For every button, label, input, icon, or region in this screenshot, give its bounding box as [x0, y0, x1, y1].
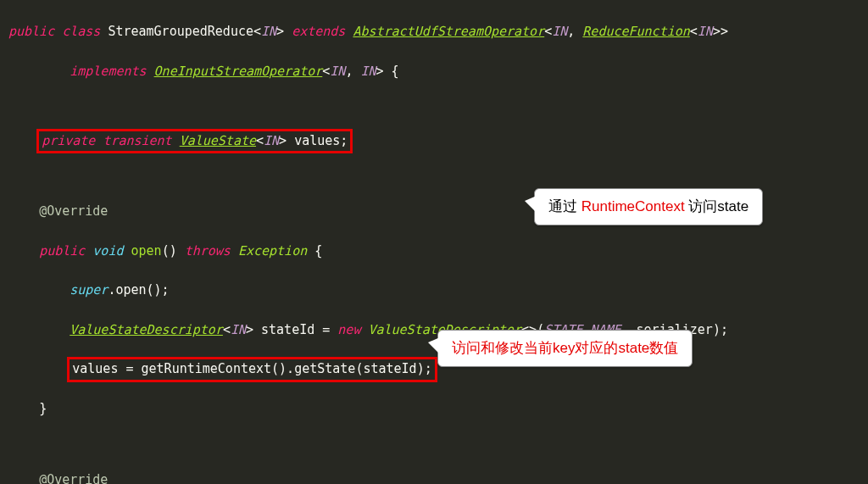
callout-state-access: 访问和修改当前key对应的state数值 [437, 330, 693, 367]
code-line: implements OneInputStreamOperator<IN, IN… [8, 62, 868, 81]
code-block: public class StreamGroupedReduce<IN> ext… [0, 3, 868, 484]
code-line: super.open(); [8, 281, 868, 300]
code-line: public void open() throws Exception { [8, 242, 868, 261]
callout-tail-icon [525, 196, 537, 213]
highlight-declaration: private transient ValueState<IN> values; [36, 129, 353, 153]
highlight-getstate: values = getRuntimeContext().getState(st… [67, 357, 437, 381]
code-line: } [8, 399, 868, 419]
callout-tail-icon [428, 337, 440, 354]
callout-runtime-context: 通过 RuntimeContext 访问state [534, 188, 763, 225]
code-line: public class StreamGroupedReduce<IN> ext… [8, 22, 868, 42]
code-line: @Override [8, 470, 868, 485]
code-line: private transient ValueState<IN> values; [8, 131, 868, 151]
